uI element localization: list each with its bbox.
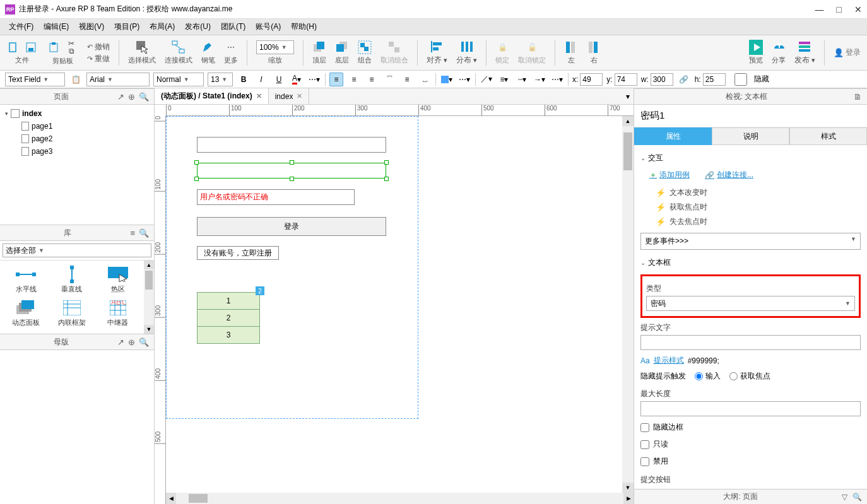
widget-error-text[interactable]: 用户名或密码不正确 <box>197 189 355 205</box>
radio-input[interactable]: 输入 <box>695 371 721 382</box>
align-icon[interactable] <box>430 40 444 54</box>
distribute-icon[interactable] <box>460 40 474 54</box>
add-master-folder-icon[interactable]: ⊕ <box>128 337 135 347</box>
connect-mode-icon[interactable] <box>172 40 186 54</box>
insp-tab-style[interactable]: 样式 <box>789 127 867 145</box>
hint-input[interactable] <box>640 335 861 350</box>
create-link-link[interactable]: 🔗创建连接... <box>705 170 753 180</box>
tree-page[interactable]: page3 <box>3 145 151 158</box>
menu-publish[interactable]: 发布(U) <box>181 20 215 33</box>
library-select[interactable]: 选择全部▼ <box>3 243 151 257</box>
align-right-icon[interactable] <box>587 40 601 54</box>
canvas-vscroll[interactable]: ▲▼ <box>622 116 634 493</box>
lib-menu-icon[interactable]: ≡ <box>130 228 135 238</box>
close-button[interactable]: ✕ <box>854 4 862 15</box>
size-select[interactable]: 13▼ <box>208 73 233 86</box>
font-color-button[interactable]: A ▾ <box>290 73 304 86</box>
add-master-icon[interactable]: ↗ <box>117 337 124 347</box>
type-select[interactable]: 密码▼ <box>646 296 855 311</box>
widget-type-select[interactable]: Text Field▼ <box>5 73 65 86</box>
line-style-button[interactable]: ┄▾ <box>515 73 529 86</box>
hidden-checkbox[interactable]: 隐藏 <box>729 73 769 86</box>
share-icon[interactable] <box>772 40 786 54</box>
close-tab-icon[interactable]: ✕ <box>297 92 302 100</box>
section-interaction[interactable]: ⌄交互 <box>640 149 861 167</box>
menu-account[interactable]: 账号(A) <box>252 20 285 33</box>
widget-login-button[interactable]: 登录 <box>197 217 386 236</box>
lock-icon[interactable]: 🔒 <box>495 40 509 54</box>
tab-dropdown-icon[interactable]: ▾ <box>626 92 630 101</box>
repeater-row[interactable]: 1 <box>197 292 260 310</box>
lib-hline[interactable]: 水平线 <box>4 264 49 296</box>
add-folder-icon[interactable]: ⊕ <box>128 92 135 102</box>
align-h-center-button[interactable]: ≡ <box>347 73 361 86</box>
more-fill-button[interactable]: ⋯▾ <box>457 73 471 86</box>
section-textbox[interactable]: ⌄文本框 <box>640 254 861 272</box>
search-masters-icon[interactable]: 🔍 <box>139 337 149 347</box>
tab-index[interactable]: index✕ <box>269 88 310 104</box>
unlock-icon[interactable]: 🔓 <box>525 40 539 54</box>
outline-search-icon[interactable]: 🔍 <box>852 493 862 501</box>
add-case-link[interactable]: ＋添加用例 <box>649 170 690 180</box>
more-line-button[interactable]: ⋯▾ <box>550 73 564 86</box>
copy-icon[interactable]: ⧉ <box>64 48 78 55</box>
menu-help[interactable]: 帮助(H) <box>287 20 321 33</box>
fill-color-button[interactable]: ▾ <box>440 73 454 86</box>
more-text-button[interactable]: ⋯▾ <box>307 73 321 86</box>
lib-dynpanel[interactable]: 动态面板 <box>4 298 49 330</box>
publish-icon[interactable] <box>798 40 811 54</box>
lib-hotspot[interactable]: 热区 <box>95 264 140 296</box>
link-wh-icon[interactable]: 🔗 <box>677 73 691 86</box>
underline-button[interactable]: U <box>272 73 286 86</box>
menu-layout[interactable]: 布局(A) <box>146 20 179 33</box>
login-button[interactable]: 👤 登录 <box>834 47 861 58</box>
maxlen-input[interactable] <box>640 401 861 416</box>
widget-username-input[interactable] <box>197 137 386 153</box>
italic-button[interactable]: I <box>254 73 268 86</box>
widget-register-link[interactable]: 没有账号，立即注册 <box>197 246 279 260</box>
h-input[interactable] <box>703 73 726 86</box>
repeater-row[interactable]: 3 <box>197 326 260 344</box>
weight-select[interactable]: Normal▼ <box>153 73 204 86</box>
preview-icon[interactable] <box>749 40 763 54</box>
cut-icon[interactable]: ✂ <box>64 40 78 47</box>
align-v-mid-button[interactable]: ≡ <box>400 73 414 86</box>
tab-state1[interactable]: (动态面板) / State1 (index)✕ <box>155 88 269 104</box>
group-icon[interactable] <box>358 40 372 54</box>
tree-page[interactable]: page2 <box>3 132 151 145</box>
new-file-icon[interactable] <box>6 40 20 54</box>
library-scrollbar[interactable]: ▲▼ <box>144 261 154 334</box>
event-textchange[interactable]: ⚡文本改变时 <box>640 185 861 200</box>
event-blur[interactable]: ⚡失去焦点时 <box>640 214 861 229</box>
radio-focus[interactable]: 获取焦点 <box>729 371 770 382</box>
paste-style-icon[interactable]: 📋 <box>69 73 83 86</box>
insp-tab-props[interactable]: 属性 <box>634 127 712 145</box>
more-events-select[interactable]: 更多事件>>>▼ <box>640 233 861 250</box>
bold-button[interactable]: B <box>237 73 251 86</box>
readonly-checkbox[interactable] <box>640 440 649 449</box>
hint-style-link[interactable]: 提示样式 <box>654 355 684 366</box>
maximize-button[interactable]: □ <box>837 4 842 15</box>
repeater-row[interactable]: 2 <box>197 309 260 327</box>
outline-filter-icon[interactable]: ▽ <box>842 493 847 501</box>
arrow-button[interactable]: →▾ <box>533 73 546 86</box>
redo-button[interactable]: ↷ 重做 <box>87 54 110 64</box>
y-input[interactable] <box>615 73 637 86</box>
undo-button[interactable]: ↶ 撤销 <box>87 42 110 52</box>
more-icon[interactable]: ⋯ <box>224 40 238 54</box>
tree-page[interactable]: page1 <box>3 120 151 132</box>
menu-team[interactable]: 团队(T) <box>217 20 249 33</box>
close-tab-icon[interactable]: ✕ <box>256 92 262 100</box>
disabled-checkbox[interactable] <box>640 457 649 466</box>
lib-search-icon[interactable]: 🔍 <box>139 228 149 238</box>
ungroup-icon[interactable] <box>387 40 401 54</box>
widget-repeater[interactable]: 2 1 2 3 <box>197 293 260 344</box>
lib-repeater[interactable]: ABC中继器 <box>95 298 140 330</box>
hide-border-checkbox[interactable] <box>640 423 649 432</box>
paste-icon[interactable] <box>47 40 61 54</box>
align-left-icon[interactable] <box>564 40 578 54</box>
align-h-right-button[interactable]: ≡ <box>365 73 379 86</box>
canvas-hscroll[interactable]: ◀▶ <box>166 493 634 504</box>
align-v-bot-button[interactable]: ⎵ <box>418 73 432 86</box>
x-input[interactable] <box>580 73 603 86</box>
